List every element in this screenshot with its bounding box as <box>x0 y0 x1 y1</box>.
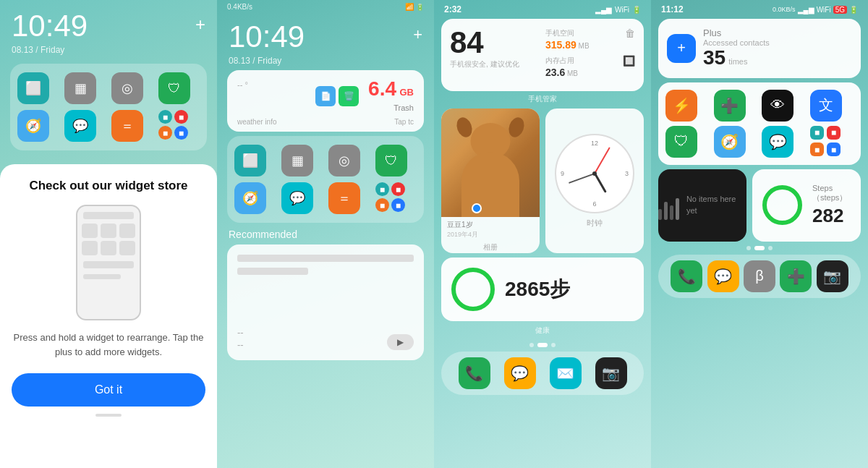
p4-dock-camera[interactable]: 📷 <box>817 260 848 292</box>
p2-app-screen[interactable]: ⬜ <box>234 145 266 176</box>
p4-dock-add[interactable]: ➕ <box>780 260 812 292</box>
p4-dock-chat[interactable]: 💬 <box>707 260 739 292</box>
sheet-description: Press and hold a widget to rearrange. Ta… <box>12 331 205 359</box>
dot-2 <box>537 343 548 347</box>
ball <box>472 203 482 213</box>
photo-widget: 豆豆1岁 2019年4月 相册 <box>441 109 540 253</box>
app-icon-grid[interactable]: ▦ <box>64 72 96 104</box>
photo-clock-row: 豆豆1岁 2019年4月 相册 12 3 6 9 时钟 <box>441 109 644 253</box>
app-icon-shield[interactable]: 🛡 <box>158 72 190 104</box>
trash-widget: -- ° 6.4 GB Trash weather info Tap tc 📄 … <box>227 70 424 132</box>
panel2-header: 10:49 08.13 / Friday + <box>217 11 434 70</box>
p4-app-translate[interactable]: 文 <box>810 90 842 122</box>
p4-battery: 🔋 <box>849 6 858 14</box>
tap-label: Tap tc <box>394 118 414 126</box>
p3-wifi: WiFi <box>615 6 629 14</box>
file-icons: 📄 🗑️ <box>315 86 359 106</box>
p4-steps-count: 282 <box>812 205 851 227</box>
signal-icon: 📶 <box>405 3 414 11</box>
contacts-count-row: 35 times <box>703 47 770 69</box>
p3-battery: 🔋 <box>632 6 641 14</box>
dock-phone[interactable]: 📞 <box>459 357 490 389</box>
p4-steps-label: Steps（steps） <box>812 184 851 203</box>
panel2-app-grid: ⬜ ▦ ◎ 🛡 🧭 💬 ＝ ◼ ◼ ◼ ◼ <box>227 136 424 223</box>
p2-app-grid[interactable]: ▦ <box>281 145 313 176</box>
rec-dashes: -- -- <box>237 327 244 350</box>
p4-app-security[interactable]: 🛡 <box>665 126 697 158</box>
steps-info: 2865步 <box>505 276 570 303</box>
panel-3: 2:32 ▂▄▆ WiFi 🔋 84 手机很安全, 建议优化 手机空间 🗑 31… <box>434 0 651 468</box>
p3-status-right: ▂▄▆ WiFi 🔋 <box>595 4 641 14</box>
p4-sm1[interactable]: ◼ <box>810 126 824 140</box>
p4-dock-phone[interactable]: 📞 <box>671 260 702 292</box>
p4-app-flash[interactable]: ⚡ <box>665 90 697 122</box>
app-icon-sm1[interactable]: ◼ <box>158 110 172 124</box>
p4-sm4[interactable]: ◼ <box>827 142 841 156</box>
p2-app-scan[interactable]: ◎ <box>328 145 360 176</box>
contacts-unit: times <box>728 57 747 66</box>
app-icon-sm4[interactable]: ◼ <box>174 126 188 140</box>
p4-app-msg[interactable]: 💬 <box>762 126 793 158</box>
memory-icon[interactable]: 🔲 <box>623 55 635 67</box>
mockup-cell <box>82 224 98 238</box>
clock-widget: 12 3 6 9 时钟 <box>545 109 644 253</box>
p2-sm2[interactable]: ◼ <box>391 182 405 196</box>
p2-sm4[interactable]: ◼ <box>391 198 405 212</box>
p2-sm3[interactable]: ◼ <box>375 198 389 212</box>
dock-camera[interactable]: 📷 <box>595 357 627 389</box>
panel1-plus-button[interactable]: + <box>195 14 205 35</box>
weather-label: weather info <box>237 118 276 126</box>
app-icon-screen[interactable]: ⬜ <box>17 72 49 104</box>
panel1-time-block: 10:49 08.13 / Friday <box>12 9 88 55</box>
p2-app-compass[interactable]: 🧭 <box>234 182 266 214</box>
app-icon-sm3[interactable]: ◼ <box>158 126 172 140</box>
p2-sm1[interactable]: ◼ <box>375 182 389 196</box>
metric-memory-label: 内存占用 🔲 <box>545 55 635 67</box>
steps-footer: 健康 <box>434 326 651 339</box>
panel1-date: 08.13 / Friday <box>12 45 88 55</box>
rec-button[interactable]: ▶ <box>387 334 414 350</box>
contacts-count: 35 <box>703 47 726 69</box>
mockup-line2 <box>83 261 134 268</box>
file-icon-2: 🗑️ <box>339 86 359 106</box>
recommended-label: Recommended <box>229 229 422 240</box>
sheet-handle <box>95 414 122 417</box>
p4-app-plus[interactable]: ➕ <box>714 90 746 122</box>
photo-info: 豆豆1岁 2019年4月 <box>441 217 540 242</box>
p4-sm3[interactable]: ◼ <box>810 142 824 156</box>
p4-dock-beta[interactable]: β <box>744 260 775 292</box>
dock-message[interactable]: ✉️ <box>550 357 582 389</box>
widget-store-sheet: Check out our widget store Press and hol… <box>0 164 217 468</box>
health-manager-footer: 手机管家 <box>434 94 651 104</box>
p4-app-eye[interactable]: 👁 <box>762 90 793 122</box>
mockup-cell <box>82 241 98 255</box>
panel1-header: 10:49 08.13 / Friday + <box>0 0 217 59</box>
app-icon-equals[interactable]: ＝ <box>111 110 143 142</box>
metric-storage-val: 315.89 MB <box>545 39 635 51</box>
clock-12: 12 <box>591 140 598 147</box>
no-items-text: No items here yet <box>686 194 746 216</box>
contacts-app-icon[interactable]: + <box>667 34 696 63</box>
app-icon-scan[interactable]: ◎ <box>111 72 143 104</box>
p2-app-shield[interactable]: 🛡 <box>375 145 407 176</box>
got-it-button[interactable]: Got it <box>12 373 205 407</box>
contacts-plus-label: Plus <box>703 27 770 38</box>
p2-app-bubble[interactable]: 💬 <box>281 182 313 214</box>
mockup-cell <box>119 224 135 238</box>
app-icon-compass[interactable]: 🧭 <box>17 110 49 142</box>
app-icon-sm2[interactable]: ◼ <box>174 110 188 124</box>
app-icon-bubble[interactable]: 💬 <box>64 110 96 142</box>
p4-sm2[interactable]: ◼ <box>827 126 841 140</box>
p2-app-equals[interactable]: ＝ <box>328 182 360 214</box>
chart-bar4 <box>676 198 679 220</box>
p4-app-compass2[interactable]: 🧭 <box>714 126 746 158</box>
health-score-block: 84 手机很安全, 建议优化 <box>450 27 540 82</box>
p4-signal: ▂▄▆ <box>798 6 814 14</box>
panel3-status-bar: 2:32 ▂▄▆ WiFi 🔋 <box>434 0 651 16</box>
delete-icon[interactable]: 🗑 <box>625 27 635 39</box>
panel1-app-grid: ⬜ ▦ ◎ 🛡 🧭 💬 ＝ ◼ ◼ ◼ ◼ <box>10 64 207 150</box>
clock-hour-hand <box>594 173 607 192</box>
dog-year: 豆豆1岁 <box>447 220 534 230</box>
dock-chat[interactable]: 💬 <box>504 357 536 389</box>
panel2-plus-button[interactable]: + <box>413 25 422 44</box>
